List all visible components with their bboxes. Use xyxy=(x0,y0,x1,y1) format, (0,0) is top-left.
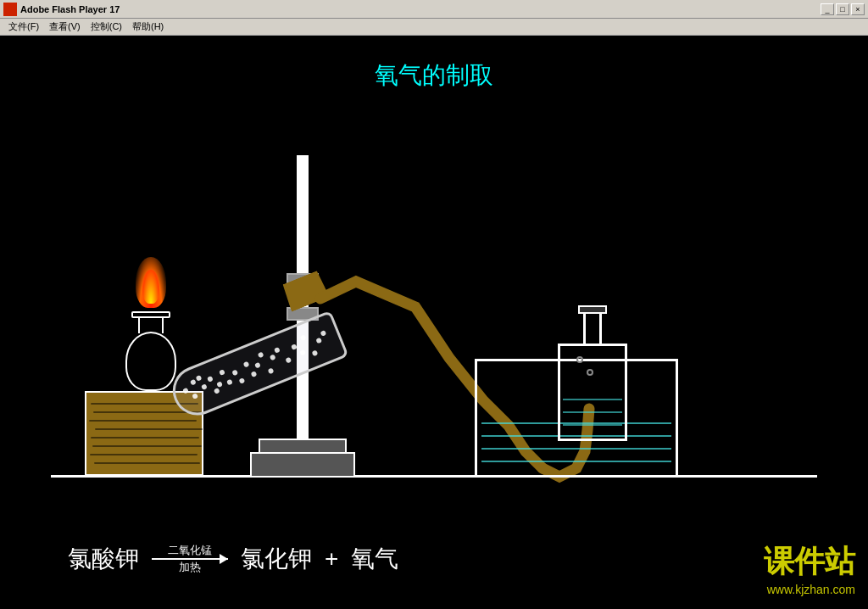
product1-label: 氯化钾 xyxy=(241,543,312,575)
flask-water xyxy=(560,388,625,439)
stand-base-top xyxy=(259,439,347,454)
flame-inner xyxy=(142,270,159,304)
menu-bar: 文件(F) 查看(V) 控制(C) 帮助(H) xyxy=(0,19,868,36)
lamp-wick-base xyxy=(131,311,170,318)
gas-bubble-1 xyxy=(576,356,583,363)
window-title: Adobe Flash Player 17 xyxy=(20,4,120,14)
app-icon xyxy=(3,3,17,16)
flask-cap xyxy=(578,305,607,314)
flask-neck xyxy=(583,314,602,344)
minimize-button[interactable]: _ xyxy=(821,3,834,15)
restore-button[interactable]: □ xyxy=(836,3,849,15)
watermark-brand: 课件站 xyxy=(764,541,855,583)
plus-sign: + xyxy=(325,545,338,573)
chemical-equation: 氯酸钾 二氧化锰 加热 氯化钾 + 氧气 xyxy=(68,543,398,575)
lamp-neck xyxy=(138,316,164,333)
title-bar: Adobe Flash Player 17 _ □ × xyxy=(0,0,868,19)
menu-file[interactable]: 文件(F) xyxy=(3,20,44,33)
reactant-label: 氯酸钾 xyxy=(68,543,139,575)
menu-control[interactable]: 控制(C) xyxy=(86,20,127,33)
delivery-tube-svg xyxy=(0,36,868,609)
reaction-arrow: 二氧化锰 加热 xyxy=(147,543,232,575)
gas-bubble-2 xyxy=(587,369,593,376)
window-controls[interactable]: _ □ × xyxy=(821,3,865,15)
product2-label: 氧气 xyxy=(351,543,398,575)
collection-flask xyxy=(558,344,627,441)
heat-label: 加热 xyxy=(179,560,201,575)
menu-view[interactable]: 查看(V) xyxy=(44,20,86,33)
menu-help[interactable]: 帮助(H) xyxy=(127,20,169,33)
stand-base xyxy=(250,452,355,478)
test-tube-body xyxy=(165,310,348,422)
test-tube-assembly xyxy=(160,302,363,430)
watermark-url: www.kjzhan.com xyxy=(764,583,855,596)
experiment-title: 氧气的制取 xyxy=(375,59,493,92)
watermark: 课件站 www.kjzhan.com xyxy=(764,541,855,596)
catalyst-label: 二氧化锰 xyxy=(168,543,212,558)
close-button[interactable]: × xyxy=(851,3,865,15)
main-canvas: 氧气的制取 xyxy=(0,36,868,609)
arrow-line xyxy=(152,558,228,560)
